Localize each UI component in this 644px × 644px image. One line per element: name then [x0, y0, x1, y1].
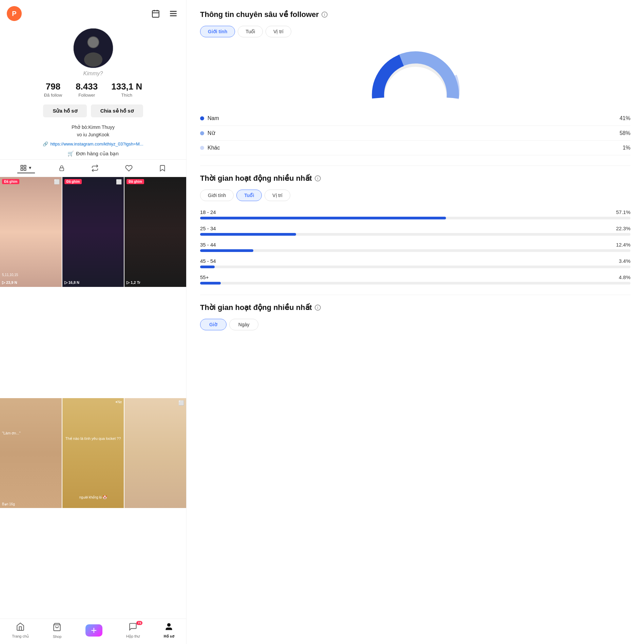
tab-vi-tri[interactable]: Vị trí — [266, 26, 291, 37]
video-thumb-2[interactable]: Đã ghim ⬜ ▷16,8 N — [62, 177, 124, 287]
nav-home[interactable]: Trang chủ — [12, 622, 29, 639]
nav-profile-label: Hồ sơ — [164, 634, 174, 639]
bar-fill-45-54 — [200, 266, 215, 268]
bottom-nav: Trang chủ Shop + 73 Hộ — [0, 619, 186, 644]
bar-fill-55plus — [200, 282, 221, 285]
order-row[interactable]: 🛒 Đơn hàng của bạn — [0, 148, 186, 159]
nav-inbox[interactable]: 73 Hộp thư — [126, 622, 140, 639]
nav-shop-label: Shop — [53, 635, 62, 639]
avatar — [73, 28, 114, 69]
activity2-info-icon[interactable]: i — [315, 305, 321, 311]
time-tab-ngay[interactable]: Ngày — [229, 319, 259, 330]
bar-fill-25-34 — [200, 233, 296, 236]
tab-grid[interactable]: ▼ — [17, 163, 35, 173]
video-thumb-4[interactable]: "Làm ơn..." Bạn 16g — [0, 398, 62, 508]
app-logo[interactable]: P — [7, 6, 22, 21]
right-panel: Thông tin chuyên sâu về follower i Giới … — [187, 0, 644, 644]
age-bar-chart: 18 - 24 57.1% 25 - 34 22.3% 35 - 44 12.4… — [200, 209, 630, 285]
tab-lock[interactable] — [56, 163, 68, 173]
link-text: https://www.instagram.com/kthiyz_03?igsh… — [50, 141, 143, 147]
create-button[interactable]: + — [85, 624, 102, 637]
following-stat: 798 Đã follow — [44, 81, 62, 98]
gender-chart-container — [200, 45, 630, 103]
video-thumb-3[interactable]: Đã ghim ▷1,2 Tr — [124, 177, 186, 287]
video-thumb-6[interactable]: ⬜ — [124, 398, 186, 508]
bar-track-18-24 — [200, 217, 630, 219]
gender-other-label: Khác — [200, 145, 220, 151]
video-text-4: "Làm ơn..." — [2, 431, 21, 435]
time-tab-gio[interactable]: Giờ — [200, 319, 227, 330]
tab-repost[interactable] — [89, 163, 101, 173]
followers-stat: 8.433 Follower — [76, 81, 98, 98]
svg-rect-0 — [152, 11, 159, 17]
other-dot — [200, 146, 204, 150]
pinned-badge-1: Đã ghim — [2, 179, 19, 184]
profile-link[interactable]: 🔗 https://www.instagram.com/kthiyz_03?ig… — [0, 140, 186, 148]
tab-liked[interactable] — [122, 163, 135, 173]
video-overlay-icon-2: ⬜ — [116, 179, 122, 184]
bar-pct-55plus: 4.8% — [619, 274, 630, 280]
cart-icon: 🛒 — [67, 151, 74, 157]
nav-profile[interactable]: Hồ sơ — [164, 622, 174, 639]
likes-count: 133,1 N — [111, 81, 142, 92]
gender-male-label: Nam — [200, 115, 219, 121]
section-divider-2 — [200, 295, 630, 295]
tab-tuoi[interactable]: Tuổi — [238, 26, 263, 37]
gender-row-other: Khác 1% — [200, 141, 630, 155]
follower-info-icon[interactable]: i — [321, 12, 328, 18]
video-text-1: 5,11,10,15 — [2, 273, 18, 277]
home-icon — [16, 622, 25, 633]
other-pct: 1% — [623, 145, 630, 151]
inbox-icon — [129, 622, 137, 633]
gender-donut-chart — [365, 45, 466, 103]
bio-line2: vo iu JungKook — [7, 131, 179, 138]
gender-row-female: Nữ 58% — [200, 126, 630, 141]
video-thumb-1[interactable]: Đã ghim ⬜ 5,11,10,15 ▷23,9 N — [0, 177, 62, 287]
bar-fill-18-24 — [200, 217, 446, 219]
activity-tab-gioi-tinh[interactable]: Giới tính — [200, 190, 234, 201]
nav-shop[interactable]: Shop — [53, 623, 61, 639]
bar-label-45-54: 45 - 54 — [200, 258, 216, 264]
bar-pct-35-44: 12.4% — [616, 242, 630, 248]
gender-female-label: Nữ — [200, 130, 215, 136]
bar-pct-18-24: 57.1% — [616, 209, 630, 215]
bio-section: Phở bò:Kimm Thuyy vo iu JungKook — [0, 122, 186, 140]
activity-info-icon[interactable]: i — [315, 175, 321, 181]
calendar-icon[interactable] — [150, 7, 162, 20]
following-count: 798 — [46, 81, 60, 92]
time-filter-tabs: Giờ Ngày — [200, 319, 630, 330]
share-profile-button[interactable]: Chia sẻ hồ sơ — [91, 104, 143, 117]
play-count-3: ▷1,2 Tr — [126, 280, 140, 285]
svg-rect-15 — [60, 168, 64, 171]
menu-icon[interactable] — [167, 7, 179, 20]
bar-row-45-54: 45 - 54 3.4% — [200, 258, 630, 268]
link-icon: 🔗 — [43, 141, 48, 147]
activity-tab-vi-tri[interactable]: Vị trí — [265, 190, 290, 201]
bar-pct-25-34: 22.3% — [616, 226, 630, 231]
section-divider-1 — [200, 165, 630, 166]
bar-row-35-44: 35 - 44 12.4% — [200, 242, 630, 252]
bar-track-45-54 — [200, 266, 630, 268]
svg-point-10 — [88, 37, 98, 47]
action-buttons: Sửa hồ sơ Chia sẻ hồ sơ — [0, 104, 186, 117]
nav-create[interactable]: + — [85, 624, 102, 637]
svg-rect-11 — [21, 165, 23, 167]
pinned-badge-2: Đã ghim — [64, 179, 82, 184]
svg-rect-12 — [24, 165, 26, 167]
profile-icon — [164, 622, 173, 633]
tab-bookmark[interactable] — [156, 163, 169, 173]
likes-label: Thích — [121, 93, 133, 98]
video-text-5-line1: Thế nào là tình yêu qua locket ?? — [64, 436, 122, 441]
activity-tab-tuoi[interactable]: Tuổi — [236, 190, 262, 201]
order-text: Đơn hàng của bạn — [76, 151, 119, 157]
video-overlay-icon-6: ⬜ — [178, 400, 184, 406]
video-thumb-5[interactable]: Thế nào là tình yêu qua locket ?? người … — [62, 398, 124, 508]
top-bar-actions — [150, 7, 179, 20]
chevron-down-icon: ▼ — [28, 165, 32, 170]
followers-label: Follower — [78, 93, 95, 98]
tab-gioi-tinh[interactable]: Giới tính — [200, 26, 235, 37]
edit-profile-button[interactable]: Sửa hồ sơ — [43, 104, 86, 117]
bar-row-25-34: 25 - 34 22.3% — [200, 226, 630, 236]
video-grid: Đã ghim ⬜ 5,11,10,15 ▷23,9 N Đã ghim ⬜ ▷… — [0, 177, 186, 619]
gender-row-male: Nam 41% — [200, 111, 630, 126]
